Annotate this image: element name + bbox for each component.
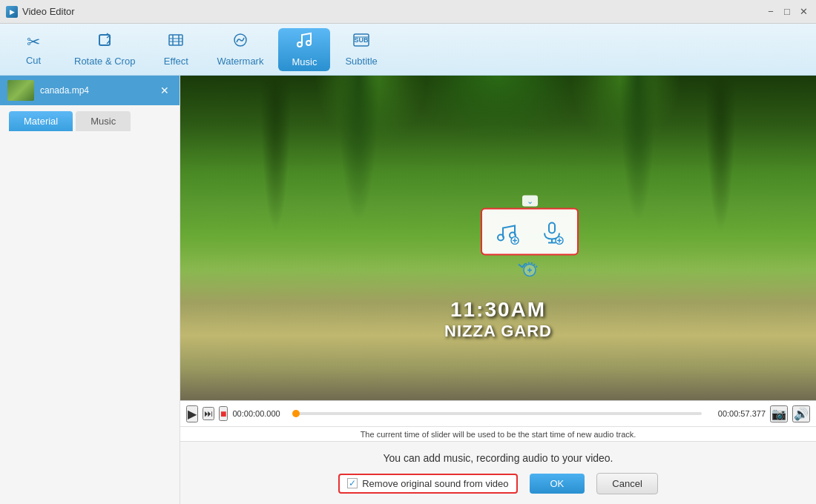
bottom-message: You can add music, recording audio to yo… <box>383 452 613 464</box>
minimize-button[interactable]: − <box>764 5 777 19</box>
cut-label: Cut <box>26 55 41 66</box>
stop-button[interactable]: ■ <box>219 406 228 421</box>
window-controls: − □ ✕ <box>764 5 810 19</box>
subtitle-icon: SUB <box>352 32 370 53</box>
record-audio-button[interactable] <box>536 216 568 248</box>
status-message: The current time of slider will be used … <box>180 426 816 441</box>
rotate-label: Rotate & Crop <box>74 56 135 67</box>
effect-icon <box>168 32 184 53</box>
title-bar-left: ▶ Video Editor <box>6 6 75 18</box>
video-container: 11:30AM NIZZA GARD ⌄ <box>180 76 816 400</box>
left-panel: canada.mp4 ✕ Material Music <box>0 76 180 504</box>
cancel-button[interactable]: Cancel <box>596 473 657 494</box>
progress-bar[interactable] <box>296 412 702 415</box>
cut-icon: ✂ <box>27 33 40 52</box>
svg-point-8 <box>306 41 311 45</box>
step-button[interactable]: ⏭ <box>203 407 214 420</box>
music-tab[interactable]: Music <box>278 28 330 71</box>
maximize-button[interactable]: □ <box>780 5 794 19</box>
material-tab[interactable]: Material <box>9 111 73 131</box>
checkbox-check-icon: ✓ <box>349 478 356 488</box>
sub-tabs: Material Music <box>0 105 180 131</box>
ok-button[interactable]: OK <box>530 474 585 494</box>
current-time: 00:00:00.000 <box>232 409 292 418</box>
playback-bar: ▶ ⏭ ■ 00:00:00.000 00:00:57.377 📷 🔊 <box>180 400 816 426</box>
app-title: Video Editor <box>22 6 75 17</box>
remove-sound-container: ✓ Remove original sound from video <box>338 474 517 494</box>
close-button[interactable]: ✕ <box>797 5 810 19</box>
app-icon: ▶ <box>6 6 18 18</box>
subtitle-label: Subtitle <box>345 56 377 67</box>
volume-button[interactable]: 🔊 <box>792 405 810 422</box>
effect-label: Effect <box>164 56 188 67</box>
add-music-button[interactable] <box>491 216 524 248</box>
watermark-tab[interactable]: Watermark <box>205 28 275 71</box>
status-text: The current time of slider will be used … <box>361 430 636 439</box>
music-action-buttons <box>481 208 579 256</box>
snapshot-button[interactable]: 📷 <box>770 405 788 422</box>
remove-sound-label: Remove original sound from video <box>362 478 508 489</box>
svg-point-7 <box>297 42 302 47</box>
end-time: 00:00:57.377 <box>706 409 766 418</box>
svg-rect-17 <box>549 223 555 233</box>
video-frame: 11:30AM NIZZA GARD ⌄ <box>180 76 816 400</box>
file-close-button[interactable]: ✕ <box>157 83 172 98</box>
main-area: canada.mp4 ✕ Material Music 11:30AM NIZZ… <box>0 76 816 504</box>
subtitle-tab[interactable]: SUB Subtitle <box>333 28 389 71</box>
svg-rect-1 <box>169 35 182 45</box>
music-label: Music <box>292 56 317 67</box>
bottom-controls: ✓ Remove original sound from video OK Ca… <box>338 473 658 494</box>
toolbar: ✂ Cut Rotate & Crop Effect <box>0 24 816 76</box>
effect-tab[interactable]: Effect <box>150 28 202 71</box>
cut-tab[interactable]: ✂ Cut <box>7 28 59 71</box>
file-tab: canada.mp4 ✕ <box>0 76 180 105</box>
watermark-label: Watermark <box>217 56 263 67</box>
file-name: canada.mp4 <box>40 85 151 96</box>
watermark-icon <box>232 32 249 53</box>
thumbnail-image <box>7 80 34 101</box>
remove-sound-checkbox[interactable]: ✓ <box>347 478 358 488</box>
file-thumbnail <box>7 80 34 101</box>
video-location: NIZZA GARD <box>444 322 552 341</box>
bottom-bar: You can add music, recording audio to yo… <box>180 441 816 504</box>
title-bar: ▶ Video Editor − □ ✕ <box>0 0 816 24</box>
video-overlay-text: 11:30AM NIZZA GARD <box>444 298 552 341</box>
play-button[interactable]: ▶ <box>186 405 198 422</box>
video-timestamp: 11:30AM <box>444 298 552 322</box>
video-area: 11:30AM NIZZA GARD ⌄ <box>180 76 816 504</box>
music-library-tab[interactable]: Music <box>76 111 131 131</box>
rotate-icon <box>96 32 113 53</box>
rotate-tab[interactable]: Rotate & Crop <box>62 28 147 71</box>
progress-thumb <box>292 410 300 417</box>
music-icon <box>295 31 313 53</box>
